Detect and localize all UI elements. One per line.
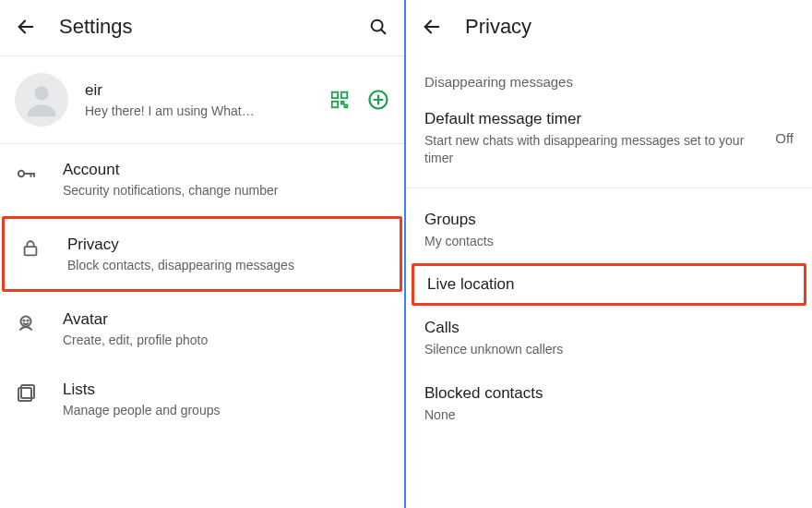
settings-header: Settings — [0, 0, 404, 55]
item-title: Default message timer — [424, 110, 764, 128]
svg-rect-6 — [332, 102, 338, 107]
privacy-item-live-location[interactable]: Live location — [412, 263, 806, 306]
page-title: Settings — [59, 15, 133, 39]
item-sub: Block contacts, disappearing messages — [67, 258, 385, 272]
section-heading-disappearing: Disappearing messages — [406, 55, 812, 97]
settings-item-lists[interactable]: Lists Manage people and groups — [0, 364, 404, 434]
svg-rect-16 — [25, 247, 37, 255]
qr-icon — [329, 90, 350, 110]
svg-point-18 — [23, 320, 24, 321]
privacy-screen: Privacy Disappearing messages Default me… — [406, 0, 812, 508]
divider — [406, 187, 812, 188]
item-value: Off — [775, 130, 794, 146]
item-sub: None — [424, 406, 794, 424]
profile-status: Hey there! I am using What… — [85, 103, 321, 118]
key-icon — [15, 163, 37, 185]
item-title: Avatar — [63, 310, 389, 329]
avatar-icon — [15, 312, 37, 334]
privacy-item-calls[interactable]: Calls Silence unknown callers — [406, 306, 812, 371]
item-sub: Create, edit, profile photo — [63, 333, 389, 347]
lock-icon — [19, 237, 42, 260]
back-button[interactable] — [15, 16, 37, 38]
privacy-item-blocked-contacts[interactable]: Blocked contacts None — [406, 371, 812, 437]
search-button[interactable] — [367, 16, 389, 38]
privacy-item-groups[interactable]: Groups My contacts — [406, 198, 812, 263]
item-title: Privacy — [67, 236, 385, 254]
item-title: Blocked contacts — [424, 384, 794, 403]
qr-button[interactable] — [328, 89, 351, 111]
item-sub: Start new chats with disappearing messag… — [424, 132, 764, 167]
arrow-left-icon — [422, 17, 442, 37]
privacy-item-default-timer[interactable]: Default message timer Start new chats wi… — [406, 97, 812, 180]
svg-point-19 — [27, 320, 28, 321]
profile-row[interactable]: eir Hey there! I am using What… — [0, 56, 404, 143]
item-title: Account — [63, 161, 389, 179]
avatar — [15, 73, 68, 127]
profile-info: eir Hey there! I am using What… — [85, 81, 321, 118]
plus-circle-icon — [367, 89, 389, 111]
add-button[interactable] — [367, 89, 389, 111]
item-sub: Manage people and groups — [63, 403, 389, 417]
profile-name: eir — [85, 81, 321, 100]
svg-point-3 — [34, 86, 48, 100]
item-sub: Security notifications, change number — [63, 183, 389, 198]
svg-rect-4 — [332, 92, 338, 98]
svg-rect-7 — [341, 102, 344, 104]
item-title: Lists — [63, 381, 389, 399]
item-sub: Silence unknown callers — [424, 341, 794, 358]
item-sub: My contacts — [424, 233, 794, 250]
search-icon — [368, 17, 388, 37]
arrow-left-icon — [16, 17, 36, 37]
profile-actions — [328, 89, 389, 111]
settings-item-privacy[interactable]: Privacy Block contacts, disappearing mes… — [2, 216, 402, 292]
svg-rect-8 — [345, 105, 348, 108]
settings-screen: Settings eir Hey there! I am using What… — [0, 0, 406, 508]
page-title: Privacy — [465, 15, 531, 39]
privacy-header: Privacy — [406, 0, 812, 55]
settings-item-account[interactable]: Account Security notifications, change n… — [0, 144, 404, 214]
svg-rect-5 — [341, 92, 347, 98]
person-icon — [21, 79, 62, 120]
settings-item-avatar[interactable]: Avatar Create, edit, profile photo — [0, 294, 404, 364]
svg-line-2 — [381, 30, 385, 33]
item-title: Groups — [424, 211, 794, 229]
item-title: Calls — [424, 319, 794, 337]
item-title: Live location — [427, 275, 791, 294]
back-button[interactable] — [421, 16, 443, 38]
lists-icon — [15, 382, 37, 405]
